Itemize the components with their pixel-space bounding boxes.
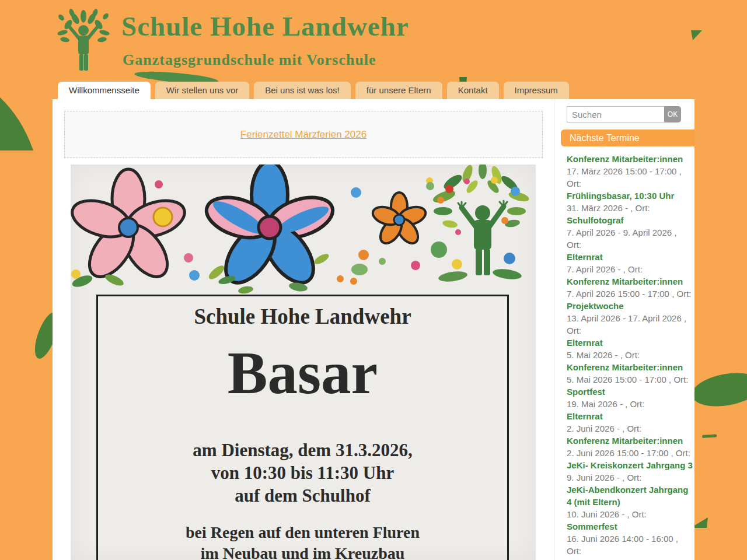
event-item: JeKi-Abendkonzert Jahrgang 4 (mit Eltern…	[567, 484, 693, 520]
tab-bei-uns-ist-was-los[interactable]: Bei uns ist was los!	[254, 82, 351, 99]
poster-date-line: am Dienstag, dem 31.3.2026,	[98, 439, 507, 461]
ferienzettel-link[interactable]: Ferienzettel Märzferien 2026	[240, 129, 366, 141]
event-title[interactable]: JeKi-Abendkonzert Jahrgang 4 (mit Eltern…	[567, 484, 693, 508]
basar-poster-image: Schule Hohe Landwehr Basar am Dienstag, …	[71, 164, 536, 560]
page-content: Ferienzettel Märzferien 2026	[53, 99, 694, 560]
event-title[interactable]: Konferenz Mitarbeiter:innen	[567, 435, 693, 447]
event-title[interactable]: Elternrat	[567, 337, 693, 349]
leaf-shape	[0, 97, 33, 150]
event-date: 19. Mai 2026 - , Ort:	[567, 398, 693, 410]
poster-rain-line1: bei Regen auf den unteren Fluren	[98, 522, 507, 543]
tab-fuer-unsere-eltern[interactable]: für unsere Eltern	[355, 82, 442, 99]
event-title[interactable]: Sommerfest	[567, 520, 693, 533]
event-date: 10. Juni 2026 - , Ort:	[567, 508, 693, 520]
event-item: Schulfotograf7. April 2026 - 9. April 20…	[567, 214, 693, 251]
poster-school-name: Schule Hohe Landwehr	[98, 304, 507, 329]
poster-text-box: Schule Hohe Landwehr Basar am Dienstag, …	[96, 295, 509, 560]
site-header: Schule Hohe Landwehr Ganztagsgrundschule…	[0, 0, 747, 82]
pink-flower	[71, 169, 189, 285]
tab-wir-stellen-uns-vor[interactable]: Wir stellen uns vor	[155, 82, 249, 99]
leaf-shape	[689, 368, 747, 411]
event-title[interactable]: Schulfotograf	[567, 214, 693, 226]
event-date: 7. April 2026 - , Ort:	[567, 263, 693, 275]
event-date: 16. Juni 2026 14:00 - 16:00 , Ort:	[567, 533, 693, 557]
event-item: Sommerfest16. Juni 2026 14:00 - 16:00 , …	[567, 520, 693, 557]
event-title[interactable]: Elternrat	[567, 410, 693, 422]
event-title[interactable]: Projektwoche	[567, 300, 693, 312]
event-item: Elternrat5. Mai 2026 - , Ort:	[567, 337, 693, 361]
event-item: Konferenz Mitarbeiter:innen2. Juni 2026 …	[567, 435, 693, 459]
event-date: 2. Juni 2026 15:00 - 17:00 , Ort:	[567, 447, 693, 459]
event-title[interactable]: Konferenz Mitarbeiter:innen	[567, 557, 693, 560]
event-item: Konferenz Mitarbeiter:innen7. April 2026…	[567, 275, 693, 300]
main-column: Ferienzettel Märzferien 2026	[53, 99, 554, 560]
event-date: 5. Mai 2026 15:00 - 17:00 , Ort:	[567, 373, 693, 386]
event-date: 17. März 2026 15:00 - 17:00 , Ort:	[567, 165, 693, 190]
event-item: Elternrat2. Juni 2026 - , Ort:	[567, 410, 693, 435]
site-subtitle: Ganztagsgrundschule mit Vorschule	[123, 51, 376, 69]
sidebar: OK Nächste Termine Konferenz Mitarbeiter…	[554, 99, 694, 560]
search-ok-button[interactable]: OK	[664, 106, 681, 123]
leaf-shape	[702, 434, 717, 438]
event-date: 2. Juni 2026 - , Ort:	[567, 422, 693, 435]
events-list: Konferenz Mitarbeiter:innen17. März 2026…	[567, 153, 693, 560]
event-date: 7. April 2026 15:00 - 17:00 , Ort:	[567, 288, 693, 300]
event-title[interactable]: Elternrat	[567, 251, 693, 263]
poster-place-line: auf dem Schulhof	[98, 484, 507, 507]
event-date: 31. März 2026 - , Ort:	[567, 202, 693, 214]
event-title[interactable]: Konferenz Mitarbeiter:innen	[567, 153, 693, 165]
tab-willkommensseite[interactable]: Willkommensseite	[58, 82, 151, 99]
search-input[interactable]	[567, 106, 664, 123]
poster-time-line: von 10:30 bis 11:30 Uhr	[98, 461, 507, 484]
main-navigation: Willkommensseite Wir stellen uns vor Bei…	[58, 82, 569, 99]
event-title[interactable]: Konferenz Mitarbeiter:innen	[567, 361, 693, 373]
event-item: Sportfest19. Mai 2026 - , Ort:	[567, 386, 693, 410]
orange-flower	[371, 192, 428, 247]
naechste-termine-heading: Nächste Termine	[561, 130, 695, 146]
poster-title: Basar	[98, 329, 507, 416]
tree-person-drawing	[426, 164, 530, 283]
poster-rain-line2: im Neubau und im Kreuzbau	[98, 543, 507, 560]
notice-box: Ferienzettel Märzferien 2026	[64, 111, 543, 158]
event-date: 9. Juni 2026 - , Ort:	[567, 471, 693, 484]
site-title: Schule Hohe Landwehr	[121, 10, 409, 42]
event-item: Konferenz Mitarbeiter:innen5. Mai 2026 1…	[567, 361, 693, 386]
event-title[interactable]: Frühlingsbasar, 10:30 Uhr	[567, 190, 693, 202]
event-item: Projektwoche13. April 2026 - 17. April 2…	[567, 300, 693, 337]
event-item: JeKi- Kreiskonzert Jahrgang 39. Juni 202…	[567, 459, 693, 484]
event-item: Elternrat7. April 2026 - , Ort:	[567, 251, 693, 275]
event-date: 7. April 2026 - 9. April 2026 , Ort:	[567, 226, 693, 251]
event-date: 5. Mai 2026 - , Ort:	[567, 349, 693, 361]
event-title[interactable]: Sportfest	[567, 386, 693, 398]
event-title[interactable]: JeKi- Kreiskonzert Jahrgang 3	[567, 459, 693, 471]
search-form: OK	[567, 106, 681, 123]
event-item: Frühlingsbasar, 10:30 Uhr31. März 2026 -…	[567, 190, 693, 214]
tree-person-logo-icon	[55, 8, 111, 74]
event-item: Konferenz Mitarbeiter:innen17. März 2026…	[567, 153, 693, 190]
event-item: Konferenz Mitarbeiter:innen7. Juli 2026 …	[567, 557, 693, 560]
poster-flower-art	[71, 164, 536, 298]
tab-kontakt[interactable]: Kontakt	[447, 82, 499, 99]
tab-impressum[interactable]: Impressum	[504, 82, 569, 99]
event-date: 13. April 2026 - 17. April 2026 , Ort:	[567, 312, 693, 337]
event-title[interactable]: Konferenz Mitarbeiter:innen	[567, 275, 693, 288]
